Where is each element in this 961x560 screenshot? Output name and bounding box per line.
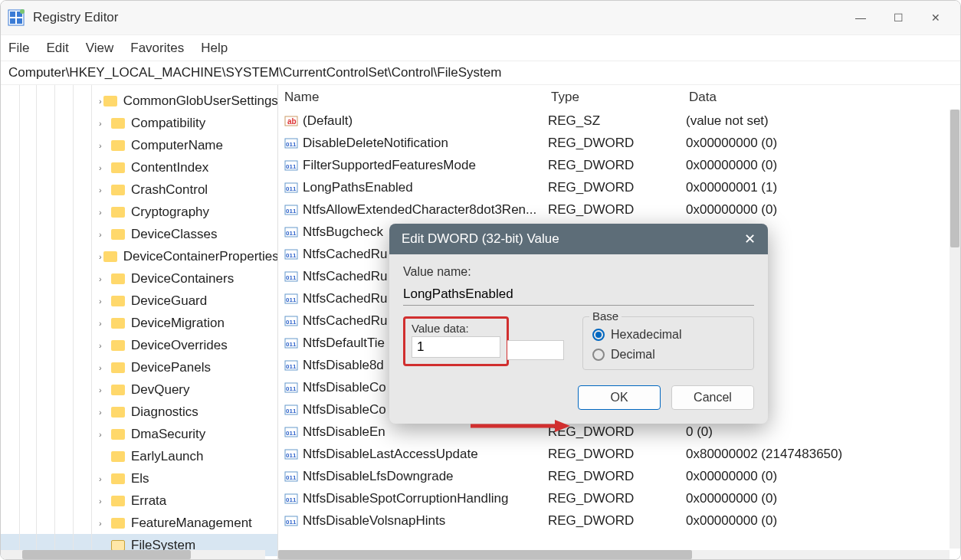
address-bar[interactable]: Computer\HKEY_LOCAL_MACHINE\SYSTEM\Curre… [1,61,960,85]
value-data-highlight: Value data: [403,316,509,366]
values-horizontal-scrollbar[interactable] [278,550,950,559]
value-data: 0x00000000 (0) [686,513,960,529]
svg-text:011: 011 [286,519,297,526]
value-row[interactable]: 011NtfsDisableEnREG_DWORD0 (0) [278,421,960,443]
value-data: (value not set) [686,113,960,129]
expand-icon[interactable]: › [99,208,110,217]
address-text: Computer\HKEY_LOCAL_MACHINE\SYSTEM\Curre… [8,65,501,80]
value-row[interactable]: 011NtfsDisableLfsDowngradeREG_DWORD0x000… [278,465,960,487]
tree-item-deviceoverrides[interactable]: ›DeviceOverrides [1,334,277,356]
value-row[interactable]: ab(Default)REG_SZ(value not set) [278,110,960,132]
tree-item-label: Compatibility [131,116,205,131]
tree-item-contentindex[interactable]: ›ContentIndex [1,156,277,178]
values-vertical-scrollbar[interactable] [950,110,960,549]
value-name-field[interactable] [403,283,754,306]
value-data: 0 (0) [686,424,960,440]
tree-item-dmasecurity[interactable]: ›DmaSecurity [1,423,277,445]
expand-icon[interactable]: › [99,430,110,439]
expand-icon[interactable]: › [99,474,110,483]
radio-decimal[interactable]: Decimal [592,348,744,362]
value-data-input[interactable] [412,336,500,358]
tree-item-label: FeatureManagement [131,516,252,531]
tree-item-devicecontainers[interactable]: ›DeviceContainers [1,267,277,290]
menu-favorites[interactable]: Favorites [130,41,184,56]
column-type[interactable]: Type [551,90,689,105]
expand-icon[interactable]: › [99,252,102,261]
value-row[interactable]: 011DisableDeleteNotificationREG_DWORD0x0… [278,132,960,154]
tree-item-els[interactable]: ›Els [1,467,277,490]
tree-pane[interactable]: ›CommonGlobUserSettings›Compatibility›Co… [1,85,278,559]
dialog-close-button[interactable]: ✕ [744,231,756,247]
tree-item-earlylaunch[interactable]: EarlyLaunch [1,445,277,467]
radio-icon [592,349,605,361]
dword-value-icon: 011 [284,159,298,172]
svg-text:011: 011 [286,430,297,437]
radio-hexadecimal[interactable]: Hexadecimal [592,328,744,342]
tree-item-diagnostics[interactable]: ›Diagnostics [1,401,277,423]
window-controls: — ☐ ✕ [855,11,954,24]
expand-icon[interactable]: › [99,185,110,195]
dword-value-icon: 011 [284,247,298,261]
tree-item-cryptography[interactable]: ›Cryptography [1,201,277,223]
svg-text:011: 011 [286,474,297,481]
expand-icon[interactable]: › [99,274,110,283]
ok-button[interactable]: OK [578,385,661,410]
expand-icon[interactable]: › [99,163,110,172]
minimize-button[interactable]: — [855,11,866,24]
folder-icon [111,518,125,529]
tree-item-computername[interactable]: ›ComputerName [1,134,277,156]
menu-view[interactable]: View [86,41,114,56]
value-row[interactable]: 011NtfsAllowExtendedCharacter8dot3Ren...… [278,198,960,221]
tree-item-label: DmaSecurity [131,427,205,442]
tree-item-compatibility[interactable]: ›Compatibility [1,112,277,134]
expand-icon[interactable]: › [99,496,110,506]
value-row[interactable]: 011NtfsDisableSpotCorruptionHandlingREG_… [278,487,960,509]
menu-file[interactable]: File [8,41,29,56]
value-data: 0x00000000 (0) [686,469,960,484]
tree-item-featuremanagement[interactable]: ›FeatureManagement [1,512,277,534]
expand-icon[interactable]: › [99,408,110,417]
expand-icon[interactable]: › [99,141,110,150]
svg-text:011: 011 [286,141,297,148]
expand-icon[interactable]: › [99,519,110,528]
tree-item-errata[interactable]: ›Errata [1,490,277,512]
tree-item-devicecontainerproperties[interactable]: ›DeviceContainerProperties [1,245,277,267]
menubar: File Edit View Favorites Help [1,34,960,61]
tree-item-devquery[interactable]: ›DevQuery [1,378,277,401]
dword-value-icon: 011 [284,425,298,439]
expand-icon[interactable]: › [99,319,110,328]
value-data-input-extension[interactable] [507,340,564,360]
expand-icon[interactable]: › [99,385,110,395]
value-data: 0x00000000 (0) [686,491,960,506]
value-row[interactable]: 011NtfsDisableLastAccessUpdateREG_DWORD0… [278,443,960,465]
expand-icon[interactable]: › [99,341,110,350]
expand-icon[interactable]: › [99,119,110,128]
expand-icon[interactable]: › [99,296,110,306]
column-data[interactable]: Data [689,90,960,105]
maximize-button[interactable]: ☐ [894,11,904,24]
tree-item-deviceguard[interactable]: ›DeviceGuard [1,290,277,312]
menu-help[interactable]: Help [201,41,228,56]
tree-horizontal-scrollbar[interactable] [1,550,265,559]
cancel-button[interactable]: Cancel [671,385,754,410]
tree-item-crashcontrol[interactable]: ›CrashControl [1,178,277,201]
svg-text:011: 011 [286,274,297,281]
expand-icon[interactable]: › [99,363,110,372]
close-button[interactable]: ✕ [931,11,940,24]
column-name[interactable]: Name [284,90,551,105]
expand-icon[interactable]: › [99,230,110,239]
value-row[interactable]: 011LongPathsEnabledREG_DWORD0x00000001 (… [278,176,960,198]
value-data: 0x80000002 (2147483650) [686,447,960,462]
value-row[interactable]: 011NtfsDisableVolsnapHintsREG_DWORD0x000… [278,509,960,532]
tree-item-commonglobusersettings[interactable]: ›CommonGlobUserSettings [1,90,277,112]
value-type: REG_DWORD [548,158,686,173]
expand-icon[interactable]: › [99,97,102,106]
tree-item-devicepanels[interactable]: ›DevicePanels [1,356,277,378]
tree-item-devicemigration[interactable]: ›DeviceMigration [1,312,277,334]
tree-item-deviceclasses[interactable]: ›DeviceClasses [1,223,277,245]
folder-icon [111,162,125,173]
value-row[interactable]: 011FilterSupportedFeaturesModeREG_DWORD0… [278,154,960,176]
dword-value-icon: 011 [284,403,298,417]
menu-edit[interactable]: Edit [46,41,68,56]
tree-item-label: DeviceMigration [131,316,225,331]
